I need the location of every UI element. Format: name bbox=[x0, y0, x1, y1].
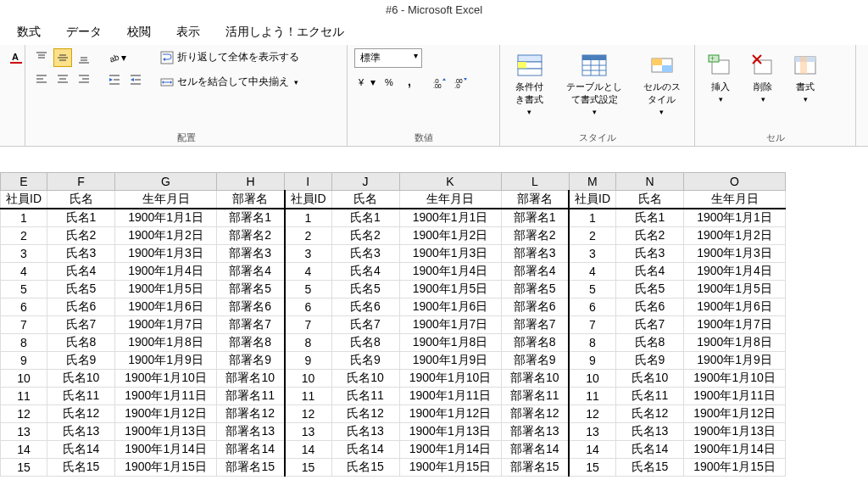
cell[interactable]: 1 bbox=[1, 209, 47, 227]
field-header[interactable]: 生年月日 bbox=[399, 191, 501, 209]
cell[interactable]: 1900年1月12日 bbox=[684, 405, 786, 423]
cell[interactable]: 1900年1月8日 bbox=[399, 334, 501, 352]
cell[interactable]: 1900年1月13日 bbox=[684, 423, 786, 441]
currency-button[interactable]: ¥▾ bbox=[354, 73, 378, 92]
cell[interactable]: 氏名2 bbox=[331, 227, 399, 245]
cell[interactable]: 6 bbox=[285, 299, 332, 316]
percent-button[interactable]: % bbox=[381, 73, 399, 92]
field-header[interactable]: 生年月日 bbox=[684, 191, 786, 209]
menu-data[interactable]: データ bbox=[66, 25, 102, 40]
cell[interactable]: 1900年1月9日 bbox=[684, 352, 786, 370]
table-row[interactable]: 12氏名121900年1月12日部署名1212氏名121900年1月12日部署名… bbox=[1, 405, 786, 423]
cell[interactable]: 氏名3 bbox=[47, 245, 115, 263]
insert-cells-button[interactable]: + 挿入▾ bbox=[702, 48, 739, 107]
cell[interactable]: 氏名5 bbox=[47, 281, 115, 299]
orientation-button[interactable]: ab▾ bbox=[105, 48, 129, 67]
delete-cells-button[interactable]: 削除▾ bbox=[744, 48, 782, 107]
cell[interactable]: 1900年1月3日 bbox=[115, 245, 217, 263]
cell[interactable]: 氏名15 bbox=[47, 459, 115, 477]
cell[interactable]: 部署名14 bbox=[501, 441, 569, 459]
cell[interactable]: 部署名3 bbox=[501, 245, 569, 263]
cell[interactable]: 15 bbox=[1, 459, 47, 477]
cell[interactable]: 5 bbox=[1, 281, 47, 299]
cell[interactable]: 氏名13 bbox=[616, 423, 684, 441]
cell[interactable]: 氏名13 bbox=[331, 423, 399, 441]
cell[interactable]: 部署名9 bbox=[217, 352, 285, 370]
cell[interactable]: 1900年1月12日 bbox=[399, 405, 501, 423]
column-header-F[interactable]: F bbox=[47, 173, 115, 191]
cell[interactable]: 3 bbox=[569, 245, 616, 263]
cell[interactable]: 部署名15 bbox=[217, 459, 285, 477]
cell[interactable]: 14 bbox=[1, 441, 47, 459]
cell[interactable]: 氏名8 bbox=[616, 334, 684, 352]
table-row[interactable]: 10氏名101900年1月10日部署名1010氏名101900年1月10日部署名… bbox=[1, 370, 786, 388]
cell[interactable]: 5 bbox=[285, 281, 332, 299]
cell[interactable]: 13 bbox=[1, 423, 47, 441]
cell[interactable]: 部署名10 bbox=[217, 370, 285, 388]
spreadsheet-grid[interactable]: EFGHIJKLMNO社員ID氏名生年月日部署名社員ID氏名生年月日部署名社員I… bbox=[0, 172, 868, 477]
cell[interactable]: 14 bbox=[569, 441, 616, 459]
cell[interactable]: 11 bbox=[569, 388, 616, 405]
cell[interactable]: 氏名1 bbox=[47, 209, 115, 227]
cell[interactable]: 部署名12 bbox=[501, 405, 569, 423]
column-header-M[interactable]: M bbox=[569, 173, 616, 191]
cell[interactable]: 7 bbox=[285, 316, 332, 334]
cell[interactable]: 氏名13 bbox=[47, 423, 115, 441]
cell[interactable]: 1900年1月6日 bbox=[399, 299, 501, 316]
cell[interactable]: 氏名4 bbox=[47, 263, 115, 281]
cell[interactable]: 部署名5 bbox=[501, 281, 569, 299]
cell[interactable]: 12 bbox=[569, 405, 616, 423]
format-as-table-button[interactable]: テーブルとして書式設定▾ bbox=[557, 48, 632, 120]
align-bottom-button[interactable] bbox=[75, 48, 93, 67]
cell[interactable]: 9 bbox=[285, 352, 332, 370]
table-row[interactable]: 5氏名51900年1月5日部署名55氏名51900年1月5日部署名55氏名519… bbox=[1, 281, 786, 299]
table-row[interactable]: 8氏名81900年1月8日部署名88氏名81900年1月8日部署名88氏名819… bbox=[1, 334, 786, 352]
wrap-text-button[interactable]: 折り返して全体を表示する bbox=[159, 48, 340, 66]
cell[interactable]: 1900年1月10日 bbox=[399, 370, 501, 388]
cell[interactable]: 部署名2 bbox=[501, 227, 569, 245]
cell[interactable]: 部署名1 bbox=[217, 209, 285, 227]
cell[interactable]: 氏名5 bbox=[331, 281, 399, 299]
align-right-button[interactable] bbox=[75, 70, 93, 89]
cell[interactable]: 氏名4 bbox=[616, 263, 684, 281]
cell[interactable]: 氏名9 bbox=[331, 352, 399, 370]
increase-decimal-button[interactable]: .0.00 bbox=[431, 73, 449, 92]
cell[interactable]: 1900年1月15日 bbox=[684, 459, 786, 477]
cell[interactable]: 1900年1月4日 bbox=[399, 263, 501, 281]
table-row[interactable]: 2氏名21900年1月2日部署名22氏名21900年1月2日部署名22氏名219… bbox=[1, 227, 786, 245]
cell[interactable]: 氏名15 bbox=[616, 459, 684, 477]
cell[interactable]: 部署名10 bbox=[501, 370, 569, 388]
cell[interactable]: 4 bbox=[569, 263, 616, 281]
cell-styles-button[interactable]: セルのスタイル▾ bbox=[637, 48, 687, 120]
cell[interactable]: 1900年1月2日 bbox=[115, 227, 217, 245]
cell[interactable]: 1900年1月2日 bbox=[684, 227, 786, 245]
table-row[interactable]: 13氏名131900年1月13日部署名1313氏名131900年1月13日部署名… bbox=[1, 423, 786, 441]
cell[interactable]: 1900年1月6日 bbox=[684, 299, 786, 316]
cell[interactable]: 氏名8 bbox=[47, 334, 115, 352]
cell[interactable]: 1900年1月14日 bbox=[115, 441, 217, 459]
cell[interactable]: 10 bbox=[1, 370, 47, 388]
cell[interactable]: 氏名12 bbox=[331, 405, 399, 423]
cell[interactable]: 1900年1月4日 bbox=[684, 263, 786, 281]
cell[interactable]: 9 bbox=[569, 352, 616, 370]
table-row[interactable]: 14氏名141900年1月14日部署名1414氏名141900年1月14日部署名… bbox=[1, 441, 786, 459]
column-header-J[interactable]: J bbox=[331, 173, 399, 191]
cell[interactable]: 部署名3 bbox=[217, 245, 285, 263]
cell[interactable]: 4 bbox=[285, 263, 332, 281]
field-header[interactable]: 氏名 bbox=[616, 191, 684, 209]
align-center-button[interactable] bbox=[53, 70, 72, 89]
field-header[interactable]: 社員ID bbox=[1, 191, 47, 209]
align-middle-button[interactable] bbox=[53, 48, 72, 67]
cell[interactable]: 15 bbox=[285, 459, 332, 477]
cell[interactable]: 氏名12 bbox=[616, 405, 684, 423]
table-row[interactable]: 11氏名111900年1月11日部署名1111氏名111900年1月11日部署名… bbox=[1, 388, 786, 405]
cell[interactable]: 8 bbox=[285, 334, 332, 352]
cell[interactable]: 部署名13 bbox=[501, 423, 569, 441]
field-header[interactable]: 部署名 bbox=[217, 191, 285, 209]
cell[interactable]: 部署名4 bbox=[501, 263, 569, 281]
cell[interactable]: 氏名15 bbox=[331, 459, 399, 477]
decrease-decimal-button[interactable]: .00.0 bbox=[452, 73, 470, 92]
cell[interactable]: 1900年1月7日 bbox=[399, 316, 501, 334]
cell[interactable]: 13 bbox=[285, 423, 332, 441]
cell[interactable]: 部署名8 bbox=[501, 334, 569, 352]
